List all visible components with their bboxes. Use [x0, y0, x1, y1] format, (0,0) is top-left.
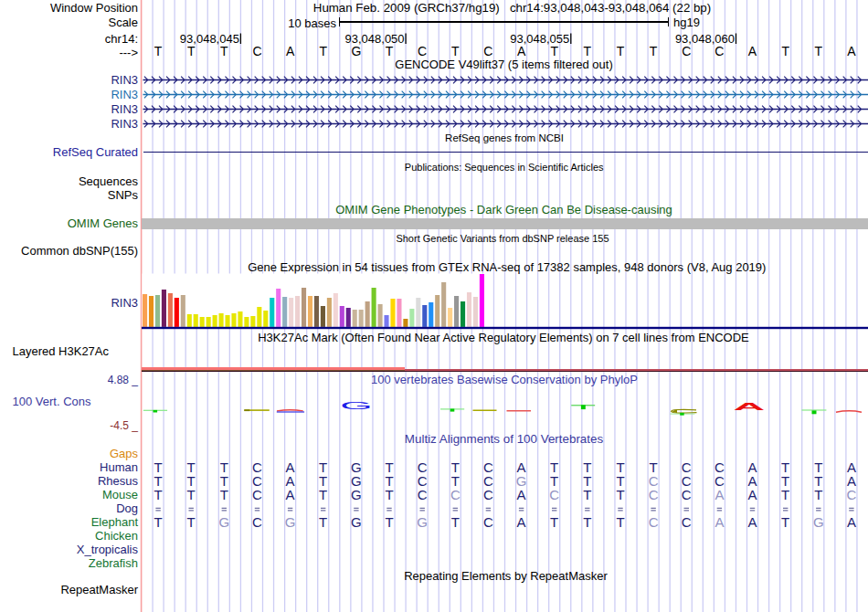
svg-text:C: C	[846, 487, 856, 502]
svg-text:T: T	[385, 514, 393, 530]
svg-text:G: G	[351, 487, 362, 502]
svg-text:T: T	[451, 514, 460, 530]
svg-text:T: T	[781, 514, 789, 530]
svg-text:A: A	[286, 487, 295, 502]
svg-text:T: T	[154, 487, 163, 502]
svg-text:C: C	[649, 487, 659, 502]
svg-text:T: T	[187, 487, 196, 502]
svg-text:C: C	[549, 487, 559, 502]
svg-text:T: T	[154, 514, 163, 530]
svg-text:T: T	[583, 514, 591, 530]
svg-text:C: C	[252, 487, 262, 502]
svg-text:A: A	[517, 487, 526, 502]
svg-text:T: T	[583, 487, 591, 502]
svg-text:A: A	[747, 514, 757, 530]
svg-text:T: T	[781, 487, 789, 502]
svg-text:G: G	[351, 514, 362, 530]
svg-text:C: C	[649, 514, 659, 530]
svg-text:A: A	[715, 514, 724, 530]
svg-text:T: T	[385, 487, 393, 502]
svg-text:T: T	[220, 487, 228, 502]
svg-text:T: T	[550, 514, 558, 530]
svg-text:G: G	[417, 514, 428, 530]
svg-text:T: T	[187, 514, 196, 530]
svg-text:C: C	[682, 487, 692, 502]
svg-text:T: T	[814, 487, 822, 502]
svg-text:C: C	[450, 487, 460, 502]
svg-text:C: C	[483, 514, 493, 530]
svg-text:C: C	[483, 487, 493, 502]
svg-text:T: T	[319, 487, 327, 502]
svg-text:A: A	[847, 514, 856, 530]
svg-text:G: G	[218, 514, 229, 530]
svg-text:C: C	[682, 514, 692, 530]
svg-text:G: G	[813, 514, 824, 530]
svg-text:G: G	[285, 514, 296, 530]
svg-text:T: T	[616, 514, 624, 530]
svg-text:A: A	[747, 487, 757, 502]
svg-text:A: A	[715, 487, 724, 502]
svg-text:T: T	[616, 487, 624, 502]
svg-text:T: T	[319, 514, 327, 530]
svg-text:A: A	[517, 514, 526, 530]
svg-text:C: C	[252, 514, 262, 530]
svg-text:C: C	[418, 487, 428, 502]
